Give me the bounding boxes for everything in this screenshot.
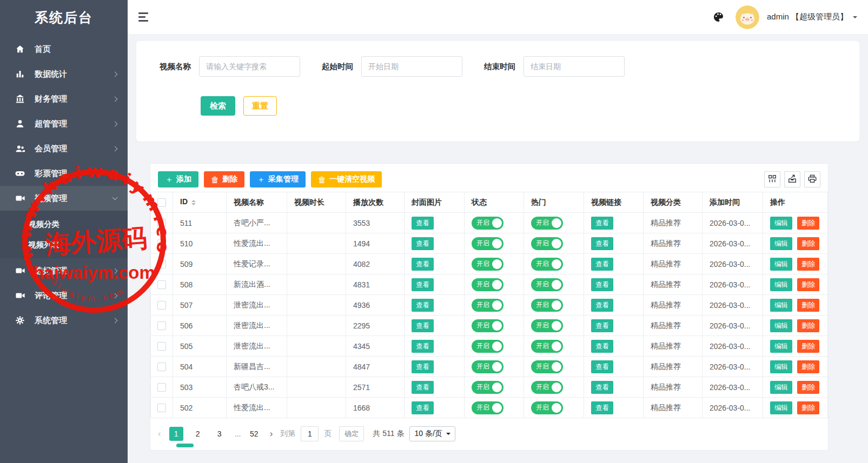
row-checkbox[interactable] (157, 321, 166, 330)
status-toggle[interactable]: 开启 (472, 278, 503, 291)
row-checkbox[interactable] (157, 301, 166, 310)
edit-button[interactable]: 编辑 (770, 401, 792, 414)
edit-button[interactable]: 编辑 (770, 217, 792, 230)
delete-row-button[interactable]: 删除 (797, 278, 819, 291)
page-number[interactable]: 2 (191, 427, 205, 441)
view-link-button[interactable]: 查看 (591, 299, 613, 312)
view-cover-button[interactable]: 查看 (412, 237, 434, 250)
clear-all-videos-button[interactable]: 🗑一键清空视频 (311, 171, 382, 187)
view-cover-button[interactable]: 查看 (412, 340, 434, 353)
row-checkbox[interactable] (157, 219, 166, 227)
edit-button[interactable]: 编辑 (770, 319, 792, 332)
delete-row-button[interactable]: 删除 (797, 381, 819, 394)
sidebar-item-comments[interactable]: 评论管理 (0, 283, 128, 308)
reset-button[interactable]: 重置 (243, 96, 277, 116)
row-checkbox[interactable] (157, 260, 166, 269)
view-cover-button[interactable]: 查看 (412, 401, 434, 414)
delete-row-button[interactable]: 删除 (797, 258, 819, 271)
edit-button[interactable]: 编辑 (770, 237, 792, 250)
edit-button[interactable]: 编辑 (770, 299, 792, 312)
column-header[interactable]: ID (173, 192, 227, 213)
status-toggle[interactable]: 开启 (472, 319, 503, 332)
row-checkbox[interactable] (157, 383, 166, 392)
sidebar-item-members[interactable]: 会员管理 (0, 136, 128, 161)
sidebar-item-video[interactable]: 视频管理 (0, 186, 128, 211)
view-link-button[interactable]: 查看 (591, 217, 613, 230)
delete-row-button[interactable]: 删除 (797, 237, 819, 250)
hot-toggle[interactable]: 开启 (531, 237, 563, 250)
view-cover-button[interactable]: 查看 (412, 299, 434, 312)
view-link-button[interactable]: 查看 (591, 319, 613, 332)
next-page-icon[interactable]: › (270, 428, 273, 439)
page-number[interactable]: 52 (247, 427, 261, 441)
delete-row-button[interactable]: 删除 (797, 340, 819, 353)
avatar[interactable] (736, 5, 759, 29)
delete-row-button[interactable]: 删除 (797, 360, 819, 373)
edit-button[interactable]: 编辑 (770, 340, 792, 353)
collect-manage-button[interactable]: ＋采集管理 (250, 171, 306, 187)
view-link-button[interactable]: 查看 (591, 381, 613, 394)
columns-button[interactable] (764, 171, 780, 187)
sidebar-item-video-category[interactable]: 视频分类 (0, 214, 128, 234)
status-toggle[interactable]: 开启 (472, 299, 503, 312)
view-link-button[interactable]: 查看 (591, 258, 613, 271)
hot-toggle[interactable]: 开启 (531, 299, 563, 312)
status-toggle[interactable]: 开启 (472, 258, 503, 271)
sidebar-item-finance[interactable]: 财务管理 (0, 86, 128, 111)
hot-toggle[interactable]: 开启 (531, 319, 563, 332)
edit-button[interactable]: 编辑 (770, 258, 792, 271)
sidebar-item-home[interactable]: 首页 (0, 37, 128, 62)
hot-toggle[interactable]: 开启 (531, 340, 563, 353)
edit-button[interactable]: 编辑 (770, 381, 792, 394)
row-checkbox[interactable] (157, 342, 166, 351)
view-link-button[interactable]: 查看 (591, 340, 613, 353)
hot-toggle[interactable]: 开启 (531, 401, 563, 414)
row-checkbox[interactable] (157, 404, 166, 412)
hot-toggle[interactable]: 开启 (531, 381, 563, 394)
view-link-button[interactable]: 查看 (591, 278, 613, 291)
sort-icon[interactable] (191, 198, 196, 207)
status-toggle[interactable]: 开启 (472, 237, 503, 250)
delete-button[interactable]: 🗑删除 (204, 171, 244, 187)
view-link-button[interactable]: 查看 (591, 360, 613, 373)
delete-row-button[interactable]: 删除 (797, 401, 819, 414)
sidebar-item-lottery[interactable]: 彩票管理 (0, 161, 128, 186)
status-toggle[interactable]: 开启 (472, 217, 503, 230)
goto-confirm-button[interactable]: 确定 (339, 426, 364, 441)
theme-palette-icon[interactable] (713, 12, 724, 22)
sidebar-collapse-icon[interactable] (138, 10, 149, 24)
page-number[interactable]: 3 (213, 427, 227, 441)
view-cover-button[interactable]: 查看 (412, 360, 434, 373)
status-toggle[interactable]: 开启 (472, 360, 503, 373)
edit-button[interactable]: 编辑 (770, 360, 792, 373)
view-cover-button[interactable]: 查看 (412, 258, 434, 271)
hot-toggle[interactable]: 开启 (531, 278, 563, 291)
sidebar-item-stats[interactable]: 数据统计 (0, 62, 128, 86)
status-toggle[interactable]: 开启 (472, 340, 503, 353)
add-button[interactable]: ＋添加 (158, 171, 198, 187)
per-page-select[interactable]: 10 条/页 (409, 426, 455, 441)
row-checkbox[interactable] (157, 239, 166, 248)
edit-button[interactable]: 编辑 (770, 278, 792, 291)
page-number[interactable]: 1 (169, 427, 183, 441)
view-link-button[interactable]: 查看 (591, 237, 613, 250)
delete-row-button[interactable]: 删除 (797, 319, 819, 332)
start-date-input[interactable] (361, 56, 462, 77)
print-button[interactable] (804, 171, 820, 187)
search-button[interactable]: 检索 (201, 96, 235, 116)
status-toggle[interactable]: 开启 (472, 381, 503, 394)
select-all-checkbox[interactable] (157, 198, 166, 207)
prev-page-icon[interactable]: ‹ (158, 428, 161, 439)
sidebar-item-system[interactable]: 系统管理 (0, 308, 128, 333)
hot-toggle[interactable]: 开启 (531, 217, 563, 230)
delete-row-button[interactable]: 删除 (797, 299, 819, 312)
admin-label[interactable]: admin 【超级管理员】 (767, 12, 848, 22)
video-name-input[interactable] (199, 56, 300, 77)
view-link-button[interactable]: 查看 (591, 401, 613, 414)
export-button[interactable] (784, 171, 800, 187)
row-checkbox[interactable] (157, 280, 166, 289)
delete-row-button[interactable]: 删除 (797, 217, 819, 230)
end-date-input[interactable] (524, 56, 625, 77)
sidebar-item-superadmin[interactable]: 超管管理 (0, 111, 128, 136)
view-cover-button[interactable]: 查看 (412, 217, 434, 230)
